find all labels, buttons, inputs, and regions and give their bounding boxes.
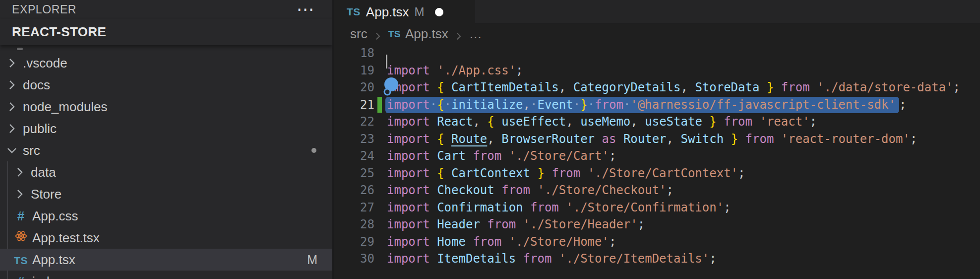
- code-token: [430, 201, 437, 214]
- tree-item-node-modules[interactable]: node_modules: [0, 96, 332, 118]
- code-token: [430, 166, 437, 180]
- line-content[interactable]: import React, { useEffect, useMemo, useS…: [387, 113, 817, 131]
- tree-item-label: node_modules: [23, 99, 108, 115]
- line-content[interactable]: import Checkout from './Store/Checkout';: [387, 182, 674, 199]
- code-token: [430, 235, 437, 249]
- code-line-29[interactable]: 29import Home from './Store/Home';: [334, 233, 980, 251]
- code-token: from: [523, 252, 552, 266]
- tab-app-tsx[interactable]: TS App.tsx M: [334, 0, 475, 26]
- code-token: Router: [623, 132, 667, 146]
- code-token: [566, 80, 573, 94]
- unsaved-changes-dot[interactable]: [435, 8, 443, 16]
- line-number: 20: [334, 80, 374, 94]
- code-token: {: [437, 80, 444, 94]
- code-line-28[interactable]: 28import Header from './Store/Header';: [334, 216, 980, 233]
- code-token: 'react-router-dom': [781, 132, 910, 146]
- code-token: ;: [709, 252, 716, 266]
- code-line-22[interactable]: 22import React, { useEffect, useMemo, us…: [334, 113, 980, 131]
- line-content[interactable]: import Cart from './Store/Cart';: [387, 147, 616, 165]
- tree-item-vscode[interactable]: .vscode: [0, 52, 332, 74]
- code-token: [545, 166, 551, 180]
- partially-scrolled-item: [0, 45, 332, 52]
- code-area[interactable]: 1819import './App.css';20import { CartIt…: [334, 45, 980, 268]
- tree-item-label: .vscode: [23, 56, 67, 71]
- code-token: [501, 235, 508, 249]
- workspace-section-header[interactable]: REACT-STORE: [0, 19, 332, 45]
- react-test-file-icon: [13, 229, 28, 246]
- ellipsis-icon[interactable]: ⋯: [296, 7, 314, 12]
- code-token: as: [602, 132, 616, 146]
- tab-git-modified-badge: M: [415, 5, 425, 19]
- code-line-20[interactable]: 20import { CartItemDetails, CategoryDeta…: [334, 79, 980, 96]
- workspace-name: REACT-STORE: [12, 24, 106, 40]
- code-token: from: [745, 132, 774, 146]
- chevron-right-icon[interactable]: [13, 166, 26, 179]
- tree-item-data[interactable]: data: [0, 161, 332, 183]
- tree-item-label: data: [31, 165, 56, 180]
- sidebar-editor-splitter[interactable]: [332, 0, 334, 279]
- css-file-icon: #: [13, 209, 28, 224]
- code-token: [774, 132, 781, 146]
- line-content[interactable]: import ItemDetails from './Store/ItemDet…: [387, 250, 717, 268]
- line-content[interactable]: import { CartContext } from './Store/Car…: [387, 165, 745, 182]
- tree-item-app-test-tsx[interactable]: App.test.tsx: [0, 227, 332, 249]
- code-token: [616, 132, 623, 146]
- code-token: [494, 132, 501, 146]
- code-token: ;: [638, 217, 645, 231]
- breadcrumb-label: src: [350, 26, 368, 42]
- code-token: ·: [530, 98, 537, 112]
- tree-item-store[interactable]: Store: [0, 183, 332, 205]
- code-token: {: [437, 166, 444, 180]
- line-number: 19: [334, 64, 374, 77]
- code-line-23[interactable]: 23import { Route, BrowserRouter as Route…: [334, 131, 980, 148]
- tree-item-label: App.test.tsx: [32, 230, 100, 246]
- code-token: [430, 252, 437, 266]
- line-content[interactable]: import './App.css';: [387, 62, 523, 79]
- code-line-19[interactable]: 19import './App.css';: [334, 62, 980, 79]
- line-content[interactable]: import { CartItemDetails, CategoryDetail…: [387, 79, 960, 96]
- line-content[interactable]: import Home from './Store/Home';: [387, 233, 616, 251]
- code-line-27[interactable]: 27import Confirmation from './Store/Conf…: [334, 199, 980, 216]
- code-line-24[interactable]: 24import Cart from './Store/Cart';: [334, 147, 980, 165]
- code-token: ,: [680, 80, 687, 94]
- code-line-21[interactable]: 21import·{·initialize,·Event·}·from·'@ha…: [334, 96, 980, 114]
- code-line-30[interactable]: 30import ItemDetails from './Store/ItemD…: [334, 250, 980, 268]
- chevron-right-icon[interactable]: [5, 78, 18, 91]
- line-content[interactable]: import Header from './Store/Header';: [387, 216, 645, 233]
- code-token: [688, 80, 695, 94]
- chevron-right-icon[interactable]: [13, 188, 26, 201]
- tree-item-src[interactable]: src: [0, 140, 332, 161]
- code-token: ·: [430, 98, 437, 112]
- breadcrumb-item-symbol-ellipsis[interactable]: …: [469, 26, 482, 42]
- chevron-right-icon[interactable]: [5, 57, 18, 70]
- code-token: ,: [630, 115, 637, 129]
- line-content[interactable]: import·{·initialize,·Event·}·from·'@harn…: [387, 96, 906, 114]
- code-line-25[interactable]: 25import { CartContext } from './Store/C…: [334, 165, 980, 182]
- chevron-right-icon[interactable]: [5, 122, 18, 135]
- chevron-right-icon[interactable]: [5, 100, 18, 113]
- tree-item-label: App.tsx: [32, 252, 75, 268]
- code-token: import: [387, 201, 430, 214]
- code-line-26[interactable]: 26import Checkout from './Store/Checkout…: [334, 182, 980, 199]
- line-content[interactable]: import { Route, BrowserRouter as Router,…: [387, 131, 917, 148]
- breadcrumb-item-src[interactable]: src: [350, 26, 368, 42]
- code-token: from: [551, 166, 580, 180]
- chevron-down-icon[interactable]: [5, 144, 18, 157]
- tree-item-docs[interactable]: docs: [0, 74, 332, 96]
- tree-item-app-tsx[interactable]: TSApp.tsxM: [0, 249, 332, 271]
- code-token: ·: [444, 98, 451, 112]
- code-line-18[interactable]: 18: [334, 45, 980, 62]
- code-token: ;: [516, 64, 523, 77]
- breadcrumb-item-app-tsx[interactable]: TSApp.tsx: [388, 26, 448, 42]
- tree-item-index-css[interactable]: #index.css: [0, 271, 332, 279]
- line-content[interactable]: import Confirmation from './Store/Confir…: [387, 199, 731, 216]
- code-token: CartItemDetails: [451, 80, 559, 94]
- code-token: Event: [537, 98, 573, 112]
- code-token: [480, 115, 487, 129]
- tree-item-app-css[interactable]: #App.css: [0, 205, 332, 227]
- code-token: './Store/Header': [523, 217, 638, 231]
- code-token: [810, 80, 817, 94]
- tree-item-public[interactable]: public: [0, 118, 332, 140]
- code-token: [530, 183, 537, 197]
- explorer-header: EXPLORER ⋯: [0, 0, 332, 19]
